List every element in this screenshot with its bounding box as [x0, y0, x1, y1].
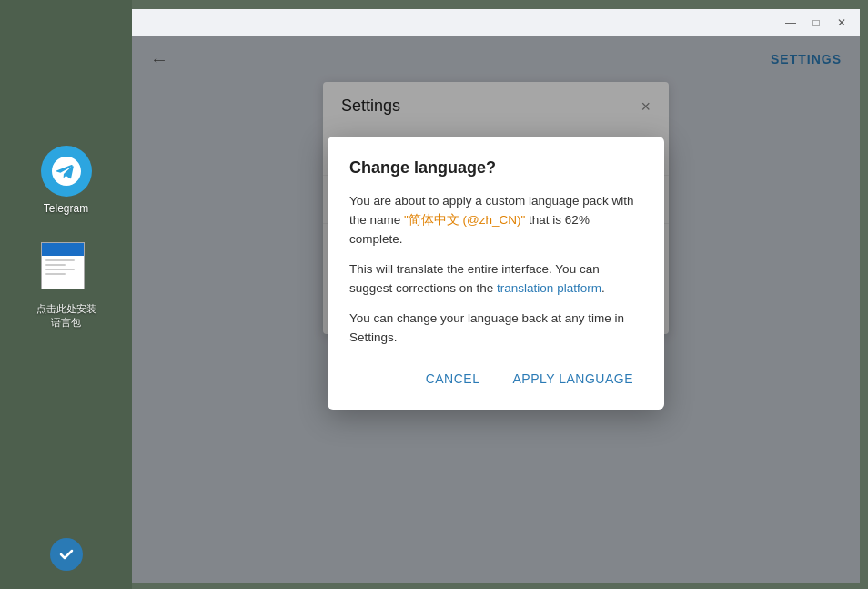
sidebar: Telegram 点击此处安装 语言包 [0, 0, 132, 589]
file-bg [41, 242, 85, 289]
check-icon [50, 538, 83, 571]
translation-platform-link[interactable]: translation platform [497, 281, 601, 295]
dialog-para3: You can change your language back at any… [349, 310, 642, 348]
file-header-bar [42, 243, 84, 256]
file-line-2 [45, 264, 66, 266]
dialog-title: Change language? [349, 158, 642, 178]
dialog-para1-highlight: "简体中文 (@zh_CN)" [404, 213, 525, 227]
langpack-label: 点击此处安装 语言包 [36, 302, 96, 330]
dialog-para1: You are about to apply a custom language… [349, 192, 642, 249]
check-svg [57, 545, 76, 564]
desktop: Telegram 点击此处安装 语言包 [0, 0, 868, 589]
file-line-1 [45, 259, 75, 261]
langpack-icon-desktop[interactable]: 点击此处安装 语言包 [36, 242, 96, 330]
telegram-label: Telegram [44, 202, 88, 215]
dialog-para2: This will translate the entire interface… [349, 260, 642, 299]
settings-background: ← SETTINGS Settings × Lan [132, 36, 860, 583]
cancel-button[interactable]: Cancel [417, 366, 490, 391]
dialog-actions: Cancel Apply Language [349, 366, 642, 391]
apply-language-button[interactable]: Apply Language [503, 366, 642, 391]
file-lines [42, 256, 84, 281]
restore-button[interactable]: □ [805, 14, 827, 32]
window-titlebar: — □ ✕ [132, 9, 860, 36]
close-button[interactable]: ✕ [831, 14, 853, 32]
file-line-3 [45, 269, 75, 270]
langpack-file-icon [41, 242, 92, 297]
telegram-icon-desktop[interactable]: Telegram [41, 146, 92, 215]
main-window: — □ ✕ ← SETTINGS Settings × [132, 9, 860, 583]
dialog-body: You are about to apply a custom language… [349, 192, 642, 347]
dialog-overlay: Change language? You are about to apply … [132, 36, 860, 583]
dialog-para2-suffix: . [601, 281, 605, 295]
minimize-button[interactable]: — [780, 14, 802, 32]
telegram-svg [52, 157, 81, 186]
change-language-dialog: Change language? You are about to apply … [328, 137, 664, 409]
file-line-4 [45, 273, 66, 275]
telegram-icon [41, 146, 92, 197]
